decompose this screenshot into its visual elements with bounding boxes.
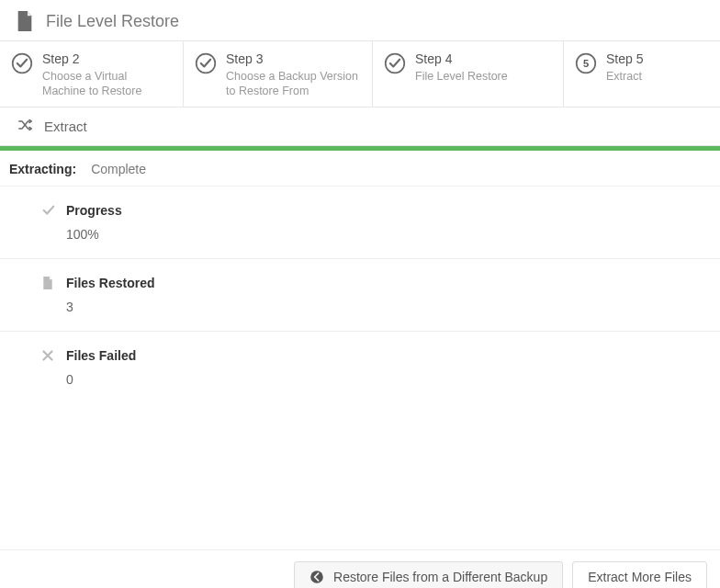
files-restored-value: 3 xyxy=(66,300,711,314)
section-progress: Progress 100% xyxy=(0,187,720,259)
page-header: File Level Restore xyxy=(0,0,720,40)
progress-title: Progress xyxy=(66,203,711,218)
files-failed-title: Files Failed xyxy=(66,348,711,363)
step-text: Step 5Extract xyxy=(606,51,643,84)
step-title: Step 2 xyxy=(42,51,172,67)
step-text: Step 4File Level Restore xyxy=(415,51,508,84)
file-icon xyxy=(42,277,57,291)
wizard-step-3[interactable]: Step 3Choose a Backup Version to Restore… xyxy=(184,41,373,107)
step-done-icon xyxy=(11,52,33,74)
wizard-step-2[interactable]: Step 2Choose a Virtual Machine to Restor… xyxy=(0,41,184,107)
status-line: Extracting: Complete xyxy=(0,151,720,187)
status-value: Complete xyxy=(91,162,146,176)
section-files-restored: Files Restored 3 xyxy=(0,259,720,332)
extract-more-files-button[interactable]: Extract More Files xyxy=(572,561,707,588)
extract-more-label: Extract More Files xyxy=(588,570,692,584)
step-text: Step 3Choose a Backup Version to Restore… xyxy=(226,51,361,99)
progress-value: 100% xyxy=(66,227,711,242)
section-files-failed: Files Failed 0 xyxy=(0,332,720,403)
current-step-label: Extract xyxy=(44,119,87,134)
restore-different-label: Restore Files from a Different Backup xyxy=(333,570,547,584)
x-icon xyxy=(42,349,57,364)
step-done-icon xyxy=(384,52,406,74)
spacer xyxy=(0,403,720,550)
step-text: Step 2Choose a Virtual Machine to Restor… xyxy=(42,51,172,99)
step-title: Step 3 xyxy=(226,51,361,67)
shuffle-icon xyxy=(18,119,33,134)
step-subtitle: File Level Restore xyxy=(415,69,508,84)
file-icon xyxy=(17,11,33,31)
step-number-icon: 5 xyxy=(575,52,597,74)
wizard-step-5[interactable]: 5Step 5Extract xyxy=(564,41,720,107)
wizard-steps: Step 2Choose a Virtual Machine to Restor… xyxy=(0,40,720,107)
step-subtitle: Choose a Virtual Machine to Restore xyxy=(42,69,172,99)
page-title: File Level Restore xyxy=(46,12,179,31)
step-title: Step 5 xyxy=(606,51,643,67)
svg-text:5: 5 xyxy=(583,58,589,69)
check-icon xyxy=(42,204,57,219)
files-failed-value: 0 xyxy=(66,372,711,387)
arrow-left-circle-icon xyxy=(309,570,324,584)
step-subtitle: Choose a Backup Version to Restore From xyxy=(226,69,361,99)
step-subtitle: Extract xyxy=(606,69,643,84)
files-restored-title: Files Restored xyxy=(66,276,711,290)
current-step-bar: Extract xyxy=(0,107,720,146)
svg-point-5 xyxy=(310,571,323,583)
status-label: Extracting: xyxy=(9,162,76,176)
step-title: Step 4 xyxy=(415,51,508,67)
wizard-step-4[interactable]: Step 4File Level Restore xyxy=(373,41,564,107)
step-done-icon xyxy=(195,52,217,74)
restore-different-backup-button[interactable]: Restore Files from a Different Backup xyxy=(294,561,563,588)
footer-actions: Restore Files from a Different Backup Ex… xyxy=(0,550,720,588)
